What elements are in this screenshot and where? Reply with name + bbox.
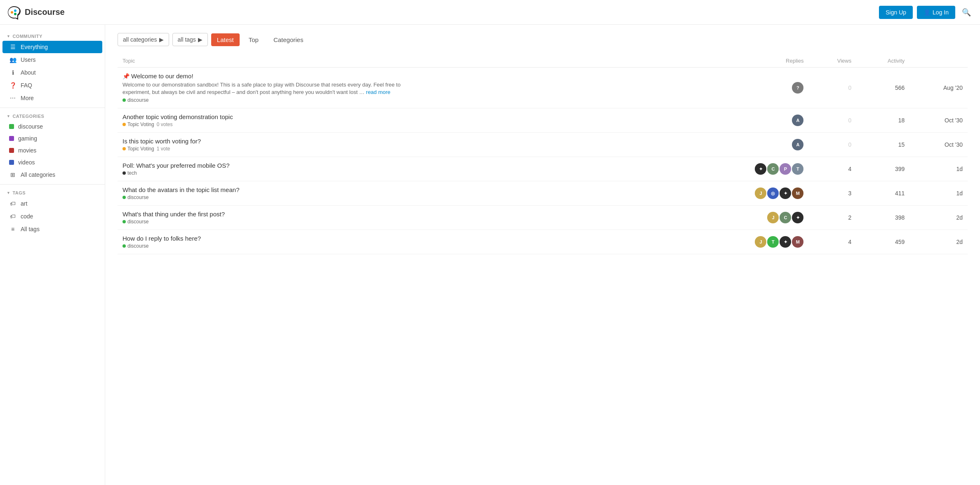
table-row: Another topic voting demonstration topic… <box>118 108 968 133</box>
sidebar-item-more[interactable]: ⋯ More <box>2 92 102 104</box>
read-more-link[interactable]: read more <box>366 89 390 95</box>
categories-label: CATEGORIES <box>12 114 44 119</box>
category-badge[interactable]: tech <box>122 170 137 176</box>
activity-cell: 1d <box>909 181 968 206</box>
replies-value: 0 <box>848 117 851 124</box>
sidebar-item-code-label: code <box>21 213 33 220</box>
topic-title-cell: What's that thing under the first post?d… <box>118 206 693 230</box>
all-categories-filter[interactable]: all categories ▶ <box>118 33 169 46</box>
tags-section-label[interactable]: ▼ TAGS <box>0 188 105 197</box>
sidebar-item-faq[interactable]: ❓ FAQ <box>2 79 102 91</box>
category-badge[interactable]: discourse <box>122 243 148 249</box>
category-color-dot <box>122 147 126 150</box>
tags-dropdown-icon: ▶ <box>198 36 203 43</box>
sidebar-item-discourse[interactable]: discourse <box>2 121 102 132</box>
views-cell: 399 <box>856 157 909 181</box>
sidebar-item-art[interactable]: 🏷 art <box>2 197 102 210</box>
views-value: 459 <box>895 239 905 245</box>
svg-point-3 <box>14 13 16 15</box>
activity-value: 2d <box>956 239 963 245</box>
table-row: Is this topic worth voting for?Topic Vot… <box>118 133 968 157</box>
dots-icon: ⋯ <box>9 94 16 102</box>
topic-title-link[interactable]: Another topic voting demonstration topic <box>122 113 233 120</box>
vote-badge: 1 vote <box>157 146 170 152</box>
col-topic: Topic <box>118 54 693 68</box>
views-value: 18 <box>898 117 905 124</box>
replies-cell: 4 <box>808 157 856 181</box>
replies-cell: 0 <box>808 133 856 157</box>
topic-title-link[interactable]: Is this topic worth voting for? <box>122 138 201 145</box>
activity-cell: Aug '20 <box>909 68 968 108</box>
category-badge[interactable]: discourse <box>122 97 148 103</box>
login-label: Log In <box>933 9 949 16</box>
logo[interactable]: Discourse <box>7 5 65 20</box>
category-badge[interactable]: Topic Voting <box>122 122 154 127</box>
avatars-cell: A <box>693 108 808 133</box>
avatar: T <box>767 236 779 248</box>
tab-latest[interactable]: Latest <box>211 33 240 46</box>
sidebar-item-gaming[interactable]: gaming <box>2 133 102 144</box>
sidebar-item-everything[interactable]: ☰ Everything <box>2 41 102 53</box>
sidebar-item-all-categories[interactable]: ⊞ All categories <box>2 169 102 181</box>
topic-meta: discourse <box>122 194 688 200</box>
topic-title-cell: Poll: What's your preferred mobile OS?te… <box>118 157 693 181</box>
replies-cell: 0 <box>808 108 856 133</box>
views-cell: 566 <box>856 68 909 108</box>
sidebar-item-videos[interactable]: videos <box>2 157 102 168</box>
categories-chevron-icon: ▼ <box>7 114 10 118</box>
sidebar-item-users-label: Users <box>21 56 36 63</box>
topic-title-link[interactable]: Poll: What's your preferred mobile OS? <box>122 162 230 169</box>
grid-icon: ⊞ <box>9 171 16 178</box>
activity-value: Oct '30 <box>945 117 963 124</box>
sidebar-item-about[interactable]: ℹ About <box>2 66 102 79</box>
topic-meta: tech <box>122 170 688 176</box>
avatar: M <box>792 187 803 199</box>
categories-section-label[interactable]: ▼ CATEGORIES <box>0 111 105 120</box>
avatar: A <box>792 139 803 150</box>
topic-title-link[interactable]: How do I reply to folks here? <box>122 235 201 242</box>
topic-meta: discourse <box>122 243 688 249</box>
all-tags-filter[interactable]: all tags ▶ <box>172 33 208 46</box>
avatar: J <box>755 187 766 199</box>
search-button[interactable]: 🔍 <box>959 5 973 19</box>
table-row: 📌Welcome to our demo!Welcome to our demo… <box>118 68 968 108</box>
sidebar-item-all-tags[interactable]: ≡ All tags <box>2 223 102 235</box>
category-badge[interactable]: Topic Voting <box>122 146 154 152</box>
table-row: How do I reply to folks here?discourseJT… <box>118 230 968 254</box>
category-color-dot <box>122 171 126 175</box>
logo-icon <box>7 5 21 20</box>
avatars-cell: ? <box>693 68 808 108</box>
category-badge[interactable]: discourse <box>122 194 148 200</box>
topic-title-cell: Is this topic worth voting for?Topic Vot… <box>118 133 693 157</box>
svg-point-2 <box>14 9 16 12</box>
activity-value: 1d <box>956 166 963 172</box>
topic-meta: discourse <box>122 219 688 225</box>
category-badge[interactable]: discourse <box>122 219 148 225</box>
avatar: J <box>767 212 779 223</box>
sidebar-item-movies[interactable]: movies <box>2 145 102 156</box>
views-value: 399 <box>895 166 905 172</box>
activity-value: 2d <box>956 214 963 221</box>
sidebar-item-code[interactable]: 🏷 code <box>2 210 102 223</box>
tab-top[interactable]: Top <box>243 33 264 46</box>
tab-categories[interactable]: Categories <box>268 33 309 46</box>
activity-cell: 2d <box>909 206 968 230</box>
sidebar-item-users[interactable]: 👥 Users <box>2 54 102 66</box>
signup-button[interactable]: Sign Up <box>879 6 913 19</box>
replies-value: 0 <box>848 84 851 91</box>
logo-text: Discourse <box>25 7 65 17</box>
avatar: C <box>767 163 779 175</box>
community-section-label[interactable]: ▼ COMMUNITY <box>0 31 105 40</box>
categories-dropdown-icon: ▶ <box>159 36 164 43</box>
topic-title-link[interactable]: What do the avatars in the topic list me… <box>122 186 239 193</box>
gaming-color-dot <box>9 136 14 141</box>
col-replies: Replies <box>693 54 808 68</box>
views-value: 398 <box>895 214 905 221</box>
users-icon: 👥 <box>9 56 16 63</box>
topic-title-link[interactable]: What's that thing under the first post? <box>122 211 225 218</box>
login-button[interactable]: 👤 Log In <box>917 6 955 19</box>
replies-cell: 0 <box>808 68 856 108</box>
sidebar-item-all-categories-label: All categories <box>21 171 55 178</box>
activity-cell: Oct '30 <box>909 133 968 157</box>
topic-title-link[interactable]: Welcome to our demo! <box>131 73 193 80</box>
